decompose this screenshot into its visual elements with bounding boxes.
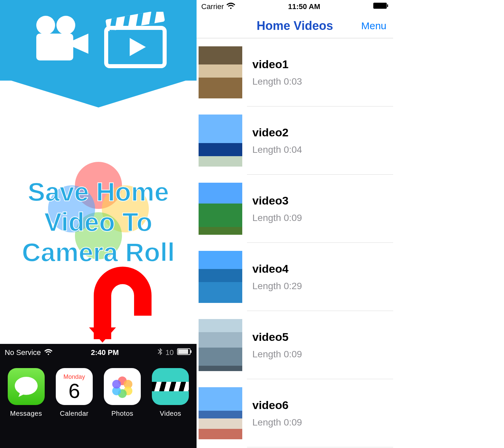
status-time: 11:50 AM (288, 2, 320, 11)
svg-point-1 (56, 16, 75, 35)
status-bar: Carrier 11:50 AM (197, 0, 393, 13)
wifi-icon (226, 2, 235, 11)
video-thumbnail (199, 387, 242, 439)
promo-banner (0, 0, 197, 81)
dock-label: Videos (149, 410, 192, 417)
page-title: Home Videos (257, 19, 333, 33)
promo-headline: Save Home Video To Camera Roll (22, 177, 175, 267)
promo-line-2: Video To (22, 207, 175, 237)
videos-icon (152, 368, 189, 405)
dock-time: 2:40 PM (91, 348, 119, 357)
video-thumbnail (199, 46, 242, 98)
wifi-icon (44, 348, 52, 357)
video-thumbnail (199, 251, 242, 303)
photos-icon (104, 368, 141, 405)
calendar-icon: Monday 6 (56, 368, 93, 405)
video-list: video1 Length 0:03 video2 Length 0:04 vi… (197, 38, 393, 448)
dock-item-calendar[interactable]: Monday 6 Calendar (52, 368, 96, 417)
battery-icon (177, 348, 192, 357)
video-title: video2 (252, 126, 302, 139)
dock-label: Messages (4, 410, 48, 417)
list-item[interactable]: video6 Length 0:09 (197, 379, 393, 447)
whitespace (393, 0, 504, 448)
dock-item-photos[interactable]: Photos (100, 368, 144, 417)
svg-marker-10 (130, 38, 146, 56)
dock-label: Calendar (52, 410, 96, 417)
video-length: Length 0:09 (252, 349, 302, 360)
u-turn-arrow-icon (89, 265, 156, 344)
video-length: Length 0:09 (252, 213, 302, 223)
video-thumbnail (199, 183, 242, 235)
dock-battery-pct: 10 (166, 348, 174, 357)
svg-rect-17 (387, 4, 388, 7)
video-title: video4 (252, 262, 302, 275)
svg-rect-2 (36, 34, 73, 60)
calendar-date: 6 (69, 380, 80, 401)
video-camera-icon (30, 15, 90, 65)
promo-panel: Save Home Video To Camera Roll No Servic… (0, 0, 197, 448)
home-screen-dock: No Service 2:40 PM 10 Me (0, 344, 197, 448)
carrier-label: No Service (5, 348, 41, 357)
list-item[interactable]: video1 Length 0:03 (197, 38, 393, 106)
svg-rect-14 (191, 350, 192, 353)
svg-rect-15 (178, 349, 188, 354)
video-title: video1 (252, 58, 302, 71)
video-length: Length 0:09 (252, 417, 302, 428)
video-thumbnail (199, 115, 242, 167)
video-title: video5 (252, 330, 302, 344)
list-item[interactable]: video5 Length 0:09 (197, 311, 393, 379)
battery-icon (373, 2, 388, 11)
svg-marker-3 (73, 34, 88, 54)
dock-item-messages[interactable]: Messages (4, 368, 48, 417)
dock-label: Photos (100, 410, 144, 417)
messages-icon (8, 368, 45, 405)
carrier-label: Carrier (201, 2, 224, 11)
video-title: video3 (252, 194, 302, 207)
video-length: Length 0:03 (252, 76, 302, 87)
video-length: Length 0:04 (252, 144, 302, 155)
menu-button[interactable]: Menu (361, 20, 386, 32)
svg-point-0 (36, 16, 55, 35)
video-length: Length 0:29 (252, 281, 302, 292)
promo-line-3: Camera Roll (22, 237, 175, 268)
video-thumbnail (199, 319, 242, 371)
dock-statusbar: No Service 2:40 PM 10 (0, 344, 197, 361)
clapperboard-icon (103, 12, 167, 69)
list-item[interactable]: video4 Length 0:29 (197, 243, 393, 311)
bluetooth-icon (158, 348, 162, 357)
app-screenshot: Carrier 11:50 AM Home Videos Menu video1… (197, 0, 393, 448)
dock-item-videos[interactable]: Videos (149, 368, 192, 417)
svg-rect-16 (373, 3, 387, 9)
nav-bar: Home Videos Menu (197, 13, 393, 38)
svg-marker-12 (89, 327, 116, 343)
promo-line-1: Save Home (22, 177, 175, 207)
video-title: video6 (252, 399, 302, 412)
list-item[interactable]: video2 Length 0:04 (197, 106, 393, 175)
list-item[interactable]: video3 Length 0:09 (197, 175, 393, 243)
